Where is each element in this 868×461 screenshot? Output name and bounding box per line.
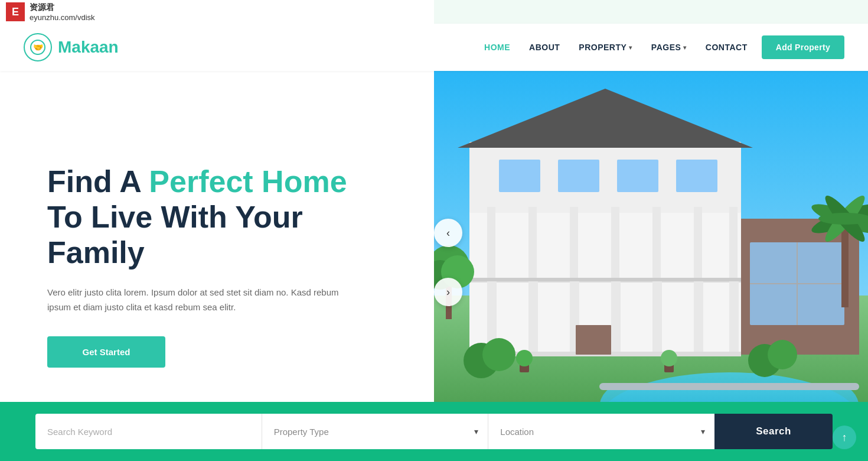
svg-rect-29 (676, 160, 717, 192)
svg-text:🤝: 🤝 (33, 43, 44, 53)
carousel-next-button[interactable]: › (434, 278, 462, 306)
svg-rect-27 (558, 160, 599, 192)
search-button[interactable]: Search (714, 414, 833, 449)
svg-point-42 (661, 350, 677, 366)
svg-rect-11 (528, 278, 538, 355)
watermark: E 资源君 eyunzhu.com/vdisk (0, 0, 434, 24)
svg-rect-22 (652, 207, 661, 278)
scroll-to-top-button[interactable]: ↑ (833, 426, 856, 449)
svg-point-38 (768, 340, 797, 369)
search-keyword-input[interactable] (35, 414, 262, 449)
nav-property[interactable]: PROPERTY ▾ (579, 43, 632, 52)
svg-rect-21 (611, 207, 619, 278)
property-dropdown-icon: ▾ (629, 44, 632, 51)
brand-icon: 🤝 (24, 33, 52, 61)
location-select[interactable]: Location New York Los Angeles Chicago Ho… (500, 414, 703, 449)
search-bar: Property Type Apartment House Villa Offi… (0, 402, 868, 461)
location-wrapper: Location New York Los Angeles Chicago Ho… (488, 414, 714, 449)
svg-rect-13 (611, 278, 621, 355)
svg-rect-23 (694, 207, 702, 278)
nav-about[interactable]: ABOUT (529, 43, 560, 52)
property-type-wrapper: Property Type Apartment House Villa Offi… (262, 414, 488, 449)
svg-rect-16 (729, 278, 739, 355)
get-started-button[interactable]: Get Started (47, 336, 165, 368)
nav-pages[interactable]: PAGES ▾ (651, 43, 687, 52)
main-nav: HOME ABOUT PROPERTY ▾ PAGES ▾ CONTACT (484, 43, 748, 52)
svg-rect-14 (652, 278, 662, 355)
svg-rect-34 (576, 325, 611, 355)
svg-point-40 (516, 350, 533, 366)
brand-logo[interactable]: 🤝 Makaan (24, 33, 119, 61)
svg-rect-25 (469, 278, 741, 281)
hero-description: Vero elitr justo clita lorem. Ipsum dolo… (47, 285, 342, 315)
svg-rect-28 (617, 160, 658, 192)
nav-contact[interactable]: CONTACT (706, 43, 748, 52)
svg-rect-19 (528, 207, 537, 278)
svg-rect-24 (729, 207, 738, 278)
hero-heading: Find A Perfect Home To Live With Your Fa… (47, 164, 387, 270)
svg-rect-18 (487, 207, 495, 278)
watermark-text: 资源君 eyunzhu.com/vdisk (30, 2, 95, 22)
pages-dropdown-icon: ▾ (683, 44, 687, 51)
property-type-select[interactable]: Property Type Apartment House Villa Offi… (274, 414, 477, 449)
svg-point-36 (482, 338, 515, 371)
svg-rect-15 (694, 278, 703, 355)
add-property-button[interactable]: Add Property (762, 35, 844, 59)
svg-rect-44 (841, 225, 849, 307)
svg-rect-26 (499, 160, 540, 192)
watermark-logo: E (6, 2, 25, 21)
nav-home[interactable]: HOME (484, 43, 510, 52)
brand-name: Makaan (58, 38, 119, 57)
navbar: 🤝 Makaan HOME ABOUT PROPERTY ▾ PAGES ▾ C… (0, 24, 868, 71)
svg-rect-43 (599, 383, 859, 390)
carousel-prev-button[interactable]: ‹ (434, 219, 462, 247)
svg-rect-20 (570, 207, 578, 278)
